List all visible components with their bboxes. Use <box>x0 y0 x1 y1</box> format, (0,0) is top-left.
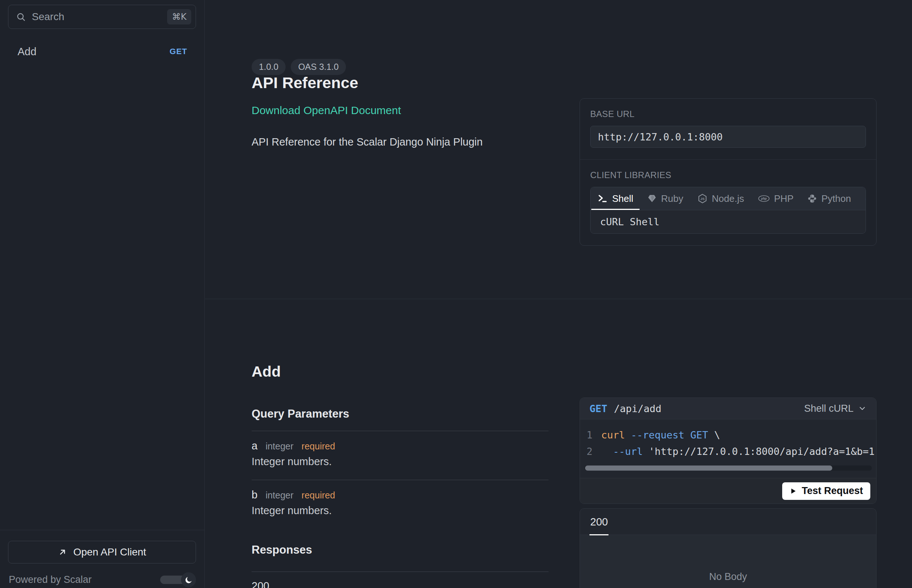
python-icon <box>807 194 817 203</box>
client-libraries-label: CLIENT LIBRARIES <box>590 170 866 180</box>
client-libraries-card: Shell Ruby JS Node.js <box>590 187 866 234</box>
parameter-row-a: a integer required <box>252 440 335 452</box>
tab-python[interactable]: Python <box>801 187 858 210</box>
horizontal-scrollbar <box>584 465 872 471</box>
parameter-name: b <box>252 489 257 501</box>
version-badges: 1.0.0 OAS 3.1.0 <box>252 59 346 75</box>
section-divider <box>205 299 912 299</box>
responses-heading: Responses <box>252 543 312 557</box>
moon-icon <box>181 572 196 587</box>
tab-shell[interactable]: Shell <box>591 187 640 210</box>
parameter-description: Integer numbers. <box>252 505 332 517</box>
download-openapi-link[interactable]: Download OpenAPI Document <box>252 104 401 117</box>
open-api-client-button[interactable]: Open API Client <box>8 541 196 564</box>
play-icon <box>789 488 797 495</box>
scrollbar-thumb[interactable] <box>585 465 832 471</box>
terminal-icon <box>597 194 608 204</box>
sidebar: Search ⌘K Add GET Open API Client Powere… <box>0 0 205 588</box>
code-line-1: 1 curl --request GET \ <box>580 427 876 443</box>
server-and-clients-card: BASE URL http://127.0.0.1:8000 CLIENT LI… <box>579 99 876 246</box>
parameter-name: a <box>252 440 257 452</box>
response-example-body: No Body <box>580 535 876 588</box>
request-example-footer: Test Request <box>580 478 876 504</box>
base-url-label: BASE URL <box>590 109 866 119</box>
search-placeholder: Search <box>32 11 65 23</box>
query-parameters-heading: Query Parameters <box>252 407 349 420</box>
response-status-row[interactable]: 200 <box>252 580 269 588</box>
parameter-description: Integer numbers. <box>252 456 332 468</box>
tab-php[interactable]: php PHP <box>751 187 801 210</box>
sidebar-item-add[interactable]: Add GET <box>5 41 200 62</box>
powered-by-row: Powered by Scalar <box>9 571 196 588</box>
page-title: API Reference <box>252 74 358 92</box>
no-body-label: No Body <box>709 571 747 583</box>
parameter-type: integer <box>265 490 293 501</box>
more-libraries-icon[interactable]: ⋯ <box>858 187 866 210</box>
selected-client-row[interactable]: cURL Shell <box>591 210 865 233</box>
ruby-icon <box>647 194 657 203</box>
tab-nodejs[interactable]: JS Node.js <box>691 187 751 210</box>
test-request-button[interactable]: Test Request <box>782 482 870 500</box>
search-input[interactable]: Search ⌘K <box>8 5 196 29</box>
dark-mode-toggle[interactable] <box>158 572 196 588</box>
search-icon <box>16 12 26 22</box>
sidebar-item-label: Add <box>18 46 37 58</box>
chevron-down-icon <box>858 404 867 413</box>
request-method: GET <box>589 403 607 414</box>
client-libraries-section: CLIENT LIBRARIES Shell <box>580 160 876 246</box>
client-library-tabs: Shell Ruby JS Node.js <box>591 187 865 210</box>
code-block: 1 curl --request GET \ 2 --url 'http://1… <box>580 419 876 478</box>
version-badge: 1.0.0 <box>252 59 286 75</box>
response-example-card: 200 No Body <box>579 508 876 588</box>
divider <box>252 431 549 431</box>
divider <box>252 572 549 572</box>
base-url-section: BASE URL http://127.0.0.1:8000 <box>580 99 876 160</box>
powered-by-label[interactable]: Powered by Scalar <box>9 574 92 585</box>
sidebar-footer: Open API Client Powered by Scalar <box>0 530 204 588</box>
required-badge: required <box>302 490 335 501</box>
main-content: 1.0.0 OAS 3.1.0 API Reference Download O… <box>205 0 912 588</box>
arrow-up-right-icon <box>58 548 67 557</box>
line-number: 2 <box>580 443 601 460</box>
request-example-header: GET /api/add Shell cURL <box>580 398 876 419</box>
operation-title: Add <box>252 363 281 380</box>
request-path: /api/add <box>614 403 662 414</box>
required-badge: required <box>302 441 335 452</box>
tab-ruby[interactable]: Ruby <box>640 187 691 210</box>
search-shortcut-badge: ⌘K <box>167 9 191 24</box>
line-number: 1 <box>580 427 601 443</box>
request-example-card: GET /api/add Shell cURL 1 curl --request… <box>579 397 876 504</box>
parameter-row-b: b integer required <box>252 489 335 501</box>
base-url-value[interactable]: http://127.0.0.1:8000 <box>590 126 866 148</box>
tab-status-200[interactable]: 200 <box>589 516 609 535</box>
language-selector-dropdown[interactable]: Shell cURL <box>804 403 867 414</box>
api-description: API Reference for the Scalar Django Ninj… <box>252 136 483 148</box>
parameter-type: integer <box>265 441 293 452</box>
svg-text:JS: JS <box>700 197 704 201</box>
nodejs-icon: JS <box>697 194 708 204</box>
oas-version-badge: OAS 3.1.0 <box>291 59 346 75</box>
php-icon: php <box>758 195 770 202</box>
open-api-client-label: Open API Client <box>73 546 146 558</box>
svg-text:php: php <box>760 197 767 200</box>
code-line-2: 2 --url 'http://127.0.0.1:8000/api/add?a… <box>580 443 876 460</box>
response-example-header: 200 <box>580 509 876 535</box>
http-method-badge: GET <box>169 47 187 56</box>
